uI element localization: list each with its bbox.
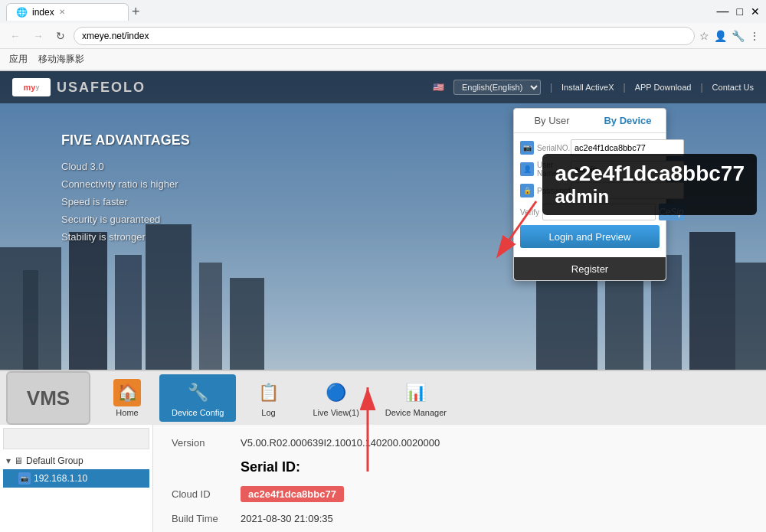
build-time-row: Build Time 2021-08-30 21:09:35 bbox=[172, 513, 748, 524]
log-icon: 📋 bbox=[254, 379, 282, 406]
build-time-value: 2021-08-30 21:09:35 bbox=[241, 513, 333, 524]
tab-favicon: 🌐 bbox=[16, 7, 28, 18]
extensions-icon[interactable]: 🔧 bbox=[732, 30, 745, 42]
build-time-label: Build Time bbox=[172, 513, 241, 524]
back-btn[interactable]: ← bbox=[6, 28, 25, 44]
lang-flag-icon: 🇺🇸 bbox=[433, 82, 444, 93]
more-options-icon[interactable]: ⋮ bbox=[749, 30, 760, 42]
cloud-id-label: Cloud ID bbox=[172, 488, 241, 500]
tab-bar: 🌐 index ✕ + — □ ✕ bbox=[0, 0, 766, 23]
browser-chrome: 🌐 index ✕ + — □ ✕ ← → ↻ ☆ 👤 🔧 ⋮ 应用 移动海豚影 bbox=[0, 0, 766, 71]
main-content: myy USAFEOLO 🇺🇸 English(English) | Insta… bbox=[0, 71, 766, 532]
login-preview-btn[interactable]: Login and Preview bbox=[520, 225, 660, 248]
main-detail: Version V5.00.R02.000639I2.10010.140200.… bbox=[153, 425, 766, 532]
annotation-serial: ac2e4f1dca8bbc77 bbox=[555, 162, 745, 186]
vms-nav-home[interactable]: 🏠 Home bbox=[97, 374, 158, 422]
contact-us-link[interactable]: Contact Us bbox=[712, 83, 754, 92]
tab-close-btn[interactable]: ✕ bbox=[59, 8, 65, 16]
advantages-title: FIVE ADVANTAGES bbox=[61, 132, 190, 149]
device-config-label: Device Config bbox=[172, 408, 224, 417]
group-label: Default Group bbox=[26, 455, 83, 466]
refresh-btn[interactable]: ↻ bbox=[52, 28, 69, 44]
new-tab-btn[interactable]: + bbox=[132, 5, 140, 18]
home-icon: 🏠 bbox=[113, 379, 141, 406]
bookmark-star-icon[interactable]: ☆ bbox=[699, 30, 709, 42]
vms-logo: VMS bbox=[6, 371, 90, 425]
live-icon: 🔵 bbox=[322, 379, 350, 406]
hero-section: myy USAFEOLO 🇺🇸 English(English) | Insta… bbox=[0, 71, 766, 370]
verify-label: Verify bbox=[520, 208, 539, 217]
advantage-3: Speed is faster bbox=[61, 196, 190, 207]
language-select[interactable]: English(English) bbox=[453, 80, 541, 95]
advantage-2: Connectivity ratio is higher bbox=[61, 178, 190, 190]
forward-btn[interactable]: → bbox=[29, 28, 47, 44]
login-tabs: By User By Device bbox=[514, 109, 666, 133]
vms-bar: VMS 🏠 Home 🔧 Device Config 📋 Log 🔵 Live … bbox=[0, 370, 766, 425]
cloud-id-value: ac2e4f1dca8bbc77 bbox=[241, 486, 344, 502]
advantage-4: Security is guaranteed bbox=[61, 214, 190, 225]
maximize-btn[interactable]: □ bbox=[737, 5, 743, 18]
site-logo: myy USAFEOLO bbox=[12, 78, 146, 96]
version-row: Version V5.00.R02.000639I2.10010.140200.… bbox=[172, 437, 748, 449]
version-label: Version bbox=[172, 437, 241, 449]
sidebar: ▾ 🖥 Default Group 📷 192.168.1.10 bbox=[0, 425, 153, 532]
advantages-section: FIVE ADVANTAGES Cloud 3.0 Connectivity r… bbox=[61, 132, 190, 249]
tab-title: index bbox=[32, 7, 54, 18]
live-label: Live View(1) bbox=[313, 408, 358, 417]
sidebar-group-header[interactable]: ▾ 🖥 Default Group bbox=[3, 452, 149, 469]
version-value: V5.00.R02.000639I2.10010.140200.0020000 bbox=[241, 437, 440, 449]
log-label: Log bbox=[261, 408, 275, 417]
group-chevron-icon: ▾ bbox=[6, 455, 11, 466]
brand-name: USAFEOLO bbox=[57, 80, 146, 96]
bookmark-apps[interactable]: 应用 bbox=[9, 53, 28, 66]
install-activex-link[interactable]: Install ActiveX bbox=[561, 83, 614, 92]
close-btn[interactable]: ✕ bbox=[751, 5, 760, 18]
app-download-link[interactable]: APP Download bbox=[635, 83, 692, 92]
vms-nav-log[interactable]: 📋 Log bbox=[237, 374, 299, 422]
tab-by-user[interactable]: By User bbox=[514, 109, 590, 132]
bookmark-bar: 应用 移动海豚影 bbox=[0, 49, 766, 70]
address-bar[interactable] bbox=[74, 27, 695, 45]
vms-nav-device-config[interactable]: 🔧 Device Config bbox=[159, 374, 236, 422]
serial-icon: 📷 bbox=[520, 141, 534, 155]
vms-nav-device-manager[interactable]: 📊 Device Manager bbox=[373, 374, 459, 422]
serial-label: SerialNO. bbox=[537, 144, 568, 152]
annotation-box: ac2e4f1dca8bbc77 admin bbox=[542, 154, 757, 215]
sidebar-group: ▾ 🖥 Default Group 📷 192.168.1.10 bbox=[3, 452, 149, 488]
sidebar-device-item[interactable]: 📷 192.168.1.10 bbox=[3, 469, 149, 488]
annotation-username: admin bbox=[555, 186, 745, 207]
vms-nav-live[interactable]: 🔵 Live View(1) bbox=[300, 374, 371, 422]
device-config-icon: 🔧 bbox=[184, 379, 211, 406]
profile-icon[interactable]: 👤 bbox=[714, 30, 727, 42]
vms-nav: 🏠 Home 🔧 Device Config 📋 Log 🔵 Live View… bbox=[97, 374, 459, 422]
device-manager-label: Device Manager bbox=[385, 408, 447, 417]
home-label: Home bbox=[116, 408, 138, 417]
device-ip: 192.168.1.10 bbox=[34, 473, 87, 484]
device-manager-icon: 📊 bbox=[402, 379, 430, 406]
bookmark-item[interactable]: 移动海豚影 bbox=[38, 53, 84, 66]
site-nav: myy USAFEOLO 🇺🇸 English(English) | Insta… bbox=[0, 71, 766, 103]
lock-icon: 🔒 bbox=[520, 184, 534, 197]
minimize-btn[interactable]: — bbox=[717, 5, 729, 18]
active-tab[interactable]: 🌐 index ✕ bbox=[6, 3, 129, 21]
login-footer: Register bbox=[514, 257, 666, 280]
device-camera-icon: 📷 bbox=[18, 472, 31, 485]
sidebar-search[interactable] bbox=[3, 428, 149, 449]
group-folder-icon: 🖥 bbox=[14, 455, 23, 466]
nav-bar: ← → ↻ ☆ 👤 🔧 ⋮ bbox=[0, 23, 766, 49]
register-btn[interactable]: Register bbox=[571, 263, 608, 275]
logo-image: myy bbox=[12, 78, 51, 96]
tab-by-device[interactable]: By Device bbox=[590, 109, 666, 132]
cloud-id-row: Cloud ID ac2e4f1dca8bbc77 bbox=[172, 486, 748, 502]
user-icon: 👤 bbox=[520, 162, 534, 176]
site-nav-right: 🇺🇸 English(English) | Install ActiveX | … bbox=[433, 80, 754, 95]
content-panel: ▾ 🖥 Default Group 📷 192.168.1.10 Version… bbox=[0, 425, 766, 532]
advantage-1: Cloud 3.0 bbox=[61, 161, 190, 172]
advantage-5: Stability is stronger bbox=[61, 231, 190, 243]
serial-id-heading: Serial ID: bbox=[241, 459, 748, 475]
